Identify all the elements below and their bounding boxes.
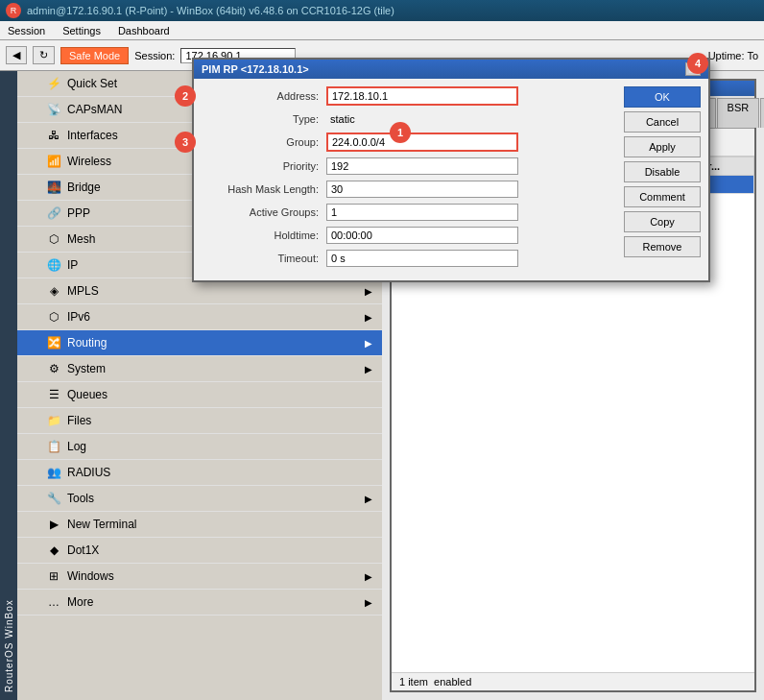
timeout-field-row: Timeout: xyxy=(382,250,616,267)
log-icon: 📋 xyxy=(46,439,61,454)
sidebar-item-queues[interactable]: ☰ Queues xyxy=(17,382,382,408)
forward-button[interactable]: ↻ xyxy=(33,46,55,64)
system-icon: ⚙ xyxy=(46,361,61,376)
sidebar-vertical-label: RouterOS WinBox xyxy=(0,71,17,700)
sidebar-item-dot1x[interactable]: ◆ Dot1X xyxy=(17,538,382,564)
address-input[interactable] xyxy=(382,86,518,106)
ipv6-icon: ⬡ xyxy=(46,309,61,325)
remove-dialog-button[interactable]: Remove xyxy=(624,236,701,257)
title-bar-text: admin@172.16.90.1 (R-Point) - WinBox (64… xyxy=(27,5,394,16)
group-field-row: 3 Group: xyxy=(382,133,616,152)
content-area: PIM Interface RP BSR Candidates RP Candi… xyxy=(382,71,764,700)
quick-set-icon: ⚡ xyxy=(46,76,61,91)
sidebar-item-label-tools: Tools xyxy=(67,492,94,505)
active-groups-field-row: Active Groups: xyxy=(382,204,616,221)
ok-button[interactable]: OK xyxy=(624,86,701,108)
more-arrow: ▶ xyxy=(365,597,372,608)
priority-input[interactable] xyxy=(382,157,518,175)
uptime-label: Uptime: To xyxy=(708,50,758,61)
tab-mrib[interactable]: MRIB xyxy=(760,98,764,128)
sidebar-item-routing[interactable]: 🔀 Routing ▶ xyxy=(17,330,382,356)
ipv6-arrow: ▶ xyxy=(365,312,372,323)
safe-mode-button[interactable]: Safe Mode xyxy=(60,47,129,64)
sidebar-item-radius[interactable]: 👥 RADIUS xyxy=(17,460,382,486)
sidebar-item-more[interactable]: … More ▶ xyxy=(17,590,382,616)
sidebar-item-tools[interactable]: 🔧 Tools ▶ xyxy=(17,486,382,512)
sidebar-item-label-system: System xyxy=(67,362,106,375)
sidebar-item-label-windows: Windows xyxy=(67,569,114,583)
sidebar-item-files[interactable]: 📁 Files xyxy=(17,408,382,434)
sidebar-item-new-terminal[interactable]: ▶ New Terminal xyxy=(17,512,382,538)
disable-button[interactable]: Disable xyxy=(624,161,701,182)
wireless-icon: 📶 xyxy=(46,154,61,169)
timeout-input[interactable] xyxy=(382,250,518,267)
sidebar-item-label-more: More xyxy=(67,595,93,609)
ip-icon: 🌐 xyxy=(46,257,61,273)
active-groups-input[interactable] xyxy=(382,204,518,221)
sidebar-item-label-ipv6: IPv6 xyxy=(67,310,90,324)
app-icon: R xyxy=(6,3,21,18)
menu-bar: Session Settings Dashboard xyxy=(0,21,764,40)
interfaces-icon: 🖧 xyxy=(46,128,61,143)
sidebar-item-label-capsman: CAPsMAN xyxy=(67,103,122,116)
sidebar-item-ipv6[interactable]: ⬡ IPv6 ▶ xyxy=(17,304,382,330)
sidebar-item-system[interactable]: ⚙ System ▶ xyxy=(17,356,382,382)
type-field-row: Type: static xyxy=(382,111,616,127)
mpls-arrow: ▶ xyxy=(365,286,372,297)
ppp-icon: 🔗 xyxy=(46,205,61,221)
dialog-maximize-button[interactable]: ⬜ xyxy=(685,71,701,76)
cancel-button[interactable]: Cancel xyxy=(624,111,701,133)
main-layout: RouterOS WinBox ⚡ Quick Set 📡 CAPsMAN 🖧 … xyxy=(0,71,764,700)
bridge-icon: 🌉 xyxy=(46,180,61,195)
holdtime-field-row: Holdtime: xyxy=(382,227,616,244)
status-bar: 1 item enabled xyxy=(392,672,754,690)
menu-session[interactable]: Session xyxy=(4,24,49,37)
item-count: 1 item xyxy=(399,676,428,688)
session-label: Session: xyxy=(134,50,175,61)
sidebar-item-label-ip: IP xyxy=(67,258,78,272)
back-button[interactable]: ◀ xyxy=(6,46,27,64)
pim-rp-dialog: PIM RP <172.18.10.1> 4 ⬜ 2 Address: xyxy=(382,71,710,282)
mpls-icon: ◈ xyxy=(46,283,61,299)
dot1x-icon: ◆ xyxy=(46,543,61,558)
dialog-body: 2 Address: Type: static 3 Group: xyxy=(382,79,708,280)
copy-button[interactable]: Copy xyxy=(624,211,701,232)
more-icon: … xyxy=(46,594,61,610)
comment-dialog-button[interactable]: Comment xyxy=(624,186,701,207)
routing-icon: 🔀 xyxy=(46,335,61,350)
new-terminal-icon: ▶ xyxy=(46,517,61,532)
sidebar-item-label-log: Log xyxy=(67,440,86,453)
holdtime-input[interactable] xyxy=(382,227,518,244)
group-input[interactable] xyxy=(382,133,518,152)
sidebar-item-label-mesh: Mesh xyxy=(67,232,95,246)
sidebar-item-label-radius: RADIUS xyxy=(67,466,110,479)
dialog-buttons: OK Cancel Apply Disable Comment Copy Rem… xyxy=(624,86,701,273)
tab-bsr[interactable]: BSR xyxy=(717,98,760,128)
mesh-icon: ⬡ xyxy=(46,231,61,247)
menu-dashboard[interactable]: Dashboard xyxy=(114,24,174,37)
sidebar-item-windows[interactable]: ⊞ Windows ▶ xyxy=(17,564,382,590)
menu-settings[interactable]: Settings xyxy=(59,24,105,37)
system-arrow: ▶ xyxy=(365,364,372,374)
files-icon: 📁 xyxy=(46,413,61,428)
sidebar-item-label-dot1x: Dot1X xyxy=(67,543,99,557)
routing-arrow: ▶ xyxy=(365,338,372,349)
tools-arrow: ▶ xyxy=(365,494,372,504)
hash-mask-field-row: Hash Mask Length: xyxy=(382,181,616,198)
sidebar-item-label-bridge: Bridge xyxy=(67,181,101,194)
sidebar-item-label-quick-set: Quick Set xyxy=(67,77,117,90)
sidebar-item-mpls[interactable]: ◈ MPLS ▶ xyxy=(17,278,382,304)
priority-field-row: Priority: xyxy=(382,157,616,175)
sidebar-item-label-routing: Routing xyxy=(67,336,107,350)
hash-mask-input[interactable] xyxy=(382,181,518,198)
title-bar: R admin@172.16.90.1 (R-Point) - WinBox (… xyxy=(0,0,764,21)
windows-icon: ⊞ xyxy=(46,568,61,584)
sidebar-item-log[interactable]: 📋 Log xyxy=(17,434,382,460)
sidebar-item-label-files: Files xyxy=(67,414,91,427)
address-field-row: 2 Address: xyxy=(382,86,616,106)
capsman-icon: 📡 xyxy=(46,102,61,117)
sidebar-item-label-new-terminal: New Terminal xyxy=(67,518,136,531)
sidebar-item-label-queues: Queues xyxy=(67,388,107,401)
apply-button[interactable]: Apply xyxy=(624,136,701,157)
enabled-label: enabled xyxy=(434,676,471,688)
